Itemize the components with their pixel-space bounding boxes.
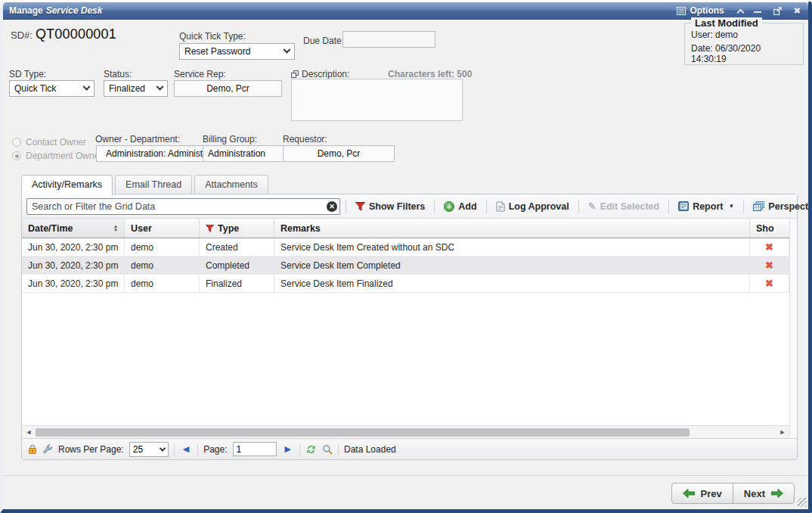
previous-page-icon[interactable]: ◀: [180, 444, 192, 454]
sd-number-value: QT00000001: [36, 26, 116, 42]
search-wrapper: ✕: [26, 198, 340, 215]
requestor-value: Demo, Pcr: [318, 148, 361, 159]
cell-remarks: Service Desk Item Created without an SDC: [274, 238, 750, 256]
cell-type: Completed: [200, 256, 274, 275]
hscroll-thumb[interactable]: [36, 428, 690, 437]
scroll-right-icon[interactable]: ►: [777, 428, 788, 436]
column-header-show[interactable]: Sho: [750, 219, 789, 238]
grid-vertical-scrollbar[interactable]: [789, 219, 797, 438]
sd-number-row: SD#: QT00000001: [11, 26, 116, 42]
chevron-down-icon: [284, 45, 291, 53]
last-modified-date: Date: 06/30/2020 14:30:19: [691, 43, 797, 64]
perspectives-label: Perspectives: [768, 201, 812, 212]
magnifier-icon[interactable]: [322, 444, 333, 455]
dropdown-arrow-icon: ▼: [728, 203, 734, 210]
filter-funnel-icon: [355, 202, 365, 211]
delete-row-icon[interactable]: ✖: [750, 256, 789, 275]
grid-pager: Rows Per Page: 25 ◀ Page: ▶ Data Loaded: [22, 438, 797, 459]
options-label: Options: [690, 5, 724, 16]
radio-selected-icon: [12, 151, 21, 160]
column-header-remarks[interactable]: Remarks: [274, 219, 750, 238]
add-button[interactable]: + Add: [440, 200, 480, 213]
tab-activity-remarks[interactable]: Activity/Remarks: [21, 175, 113, 195]
grid-horizontal-scrollbar: ◄ ►: [22, 425, 789, 438]
chevron-down-icon: [83, 82, 91, 90]
description-label: Description:: [302, 69, 349, 79]
due-date-label: Due Date:: [303, 36, 344, 46]
chevron-down-icon: [159, 445, 165, 451]
last-modified-box: Last Modified User: demo Date: 06/30/202…: [684, 23, 804, 65]
titlebar: ManageService Desk Options ✖: [3, 2, 808, 20]
minimize-button[interactable]: [754, 7, 761, 15]
refresh-icon[interactable]: [305, 444, 317, 455]
column-header-user[interactable]: User: [125, 219, 200, 238]
chevron-down-icon: [157, 82, 164, 90]
next-button[interactable]: Next: [733, 483, 795, 504]
collapse-button[interactable]: [736, 7, 742, 15]
page-number-input[interactable]: [233, 442, 277, 456]
prev-button[interactable]: Prev: [671, 483, 733, 504]
sort-icon: ▲▼: [113, 225, 118, 232]
delete-row-icon[interactable]: ✖: [750, 238, 789, 256]
edit-selected-label: Edit Selected: [600, 201, 660, 212]
options-button[interactable]: Options: [677, 5, 724, 16]
sd-number-label: SD#:: [11, 30, 33, 41]
grid-row-2[interactable]: Jun 30, 2020, 2:30 pm demo Completed Ser…: [22, 256, 789, 275]
rows-per-page-select[interactable]: 25: [129, 442, 169, 457]
perspectives-button[interactable]: Perspectives ▼: [749, 200, 812, 213]
column-header-type[interactable]: Type: [200, 219, 274, 238]
scroll-left-icon[interactable]: ◄: [23, 428, 34, 436]
manage-service-desk-window: ManageService Desk Options ✖ SD#: QT0000…: [0, 0, 812, 513]
column-header-datetime[interactable]: Date/Time ▲▼: [22, 219, 125, 238]
pencil-icon: ✎: [588, 201, 597, 212]
next-page-icon[interactable]: ▶: [282, 444, 294, 454]
popout-button[interactable]: [773, 7, 782, 15]
cell-type: Finalized: [200, 275, 274, 293]
cell-datetime: Jun 30, 2020, 2:30 pm: [22, 238, 125, 256]
grid-toolbar: ✕ Show Filters + Add Log Approval: [22, 194, 797, 219]
tab-attachments[interactable]: Attachments: [194, 175, 268, 194]
show-filters-button[interactable]: Show Filters: [352, 200, 429, 213]
quick-tick-type-select[interactable]: Reset Password: [179, 43, 295, 60]
footer-divider: [3, 475, 808, 476]
next-label: Next: [744, 488, 765, 499]
options-list-icon: [677, 7, 686, 15]
search-input[interactable]: [26, 198, 340, 215]
popout-icon[interactable]: [291, 70, 299, 78]
status-select[interactable]: Finalized: [104, 80, 168, 97]
owner-department-label: Owner - Department:: [95, 134, 180, 145]
window-title-prefix: Manage: [9, 5, 43, 16]
minimize-icon: [754, 11, 761, 13]
last-modified-user: User: demo: [691, 30, 797, 40]
characters-left-text: Characters left: 500: [388, 69, 472, 79]
report-label: Report: [693, 201, 723, 212]
grid-row-1[interactable]: Jun 30, 2020, 2:30 pm demo Created Servi…: [22, 238, 789, 256]
filter-funnel-icon: [206, 225, 214, 232]
wrench-icon[interactable]: [42, 444, 53, 455]
resize-grip[interactable]: [798, 498, 807, 507]
arrow-right-icon: [771, 489, 783, 498]
cell-type: Created: [200, 238, 274, 256]
due-date-input[interactable]: [342, 31, 435, 48]
close-button[interactable]: ✖: [794, 7, 801, 15]
hscroll-track: [34, 428, 777, 437]
clear-search-icon[interactable]: ✕: [327, 201, 337, 212]
grid-row-3[interactable]: Jun 30, 2020, 2:30 pm demo Finalized Ser…: [22, 275, 789, 293]
billing-group-field: Administration: [203, 145, 284, 162]
dialog-content: SD#: QT00000001 Quick Tick Type: Reset P…: [3, 20, 808, 508]
sd-type-select[interactable]: Quick Tick: [9, 80, 95, 97]
tab-email-thread[interactable]: Email Thread: [115, 175, 192, 194]
department-owner-label: Department Owner: [26, 151, 102, 161]
window-title-emphasis: Service Desk: [46, 5, 103, 16]
cell-user: demo: [125, 238, 200, 256]
status-label: Status:: [104, 69, 132, 79]
log-approval-label: Log Approval: [509, 201, 569, 212]
lock-icon[interactable]: [28, 444, 37, 454]
log-approval-button[interactable]: Log Approval: [492, 200, 573, 213]
radio-unselected-icon: [12, 138, 21, 147]
report-button[interactable]: Report ▼: [674, 200, 738, 213]
activity-remarks-panel: ✕ Show Filters + Add Log Approval: [21, 194, 798, 460]
delete-row-icon[interactable]: ✖: [750, 275, 789, 293]
description-textarea[interactable]: [291, 79, 463, 121]
chevron-up-icon: [736, 8, 744, 16]
